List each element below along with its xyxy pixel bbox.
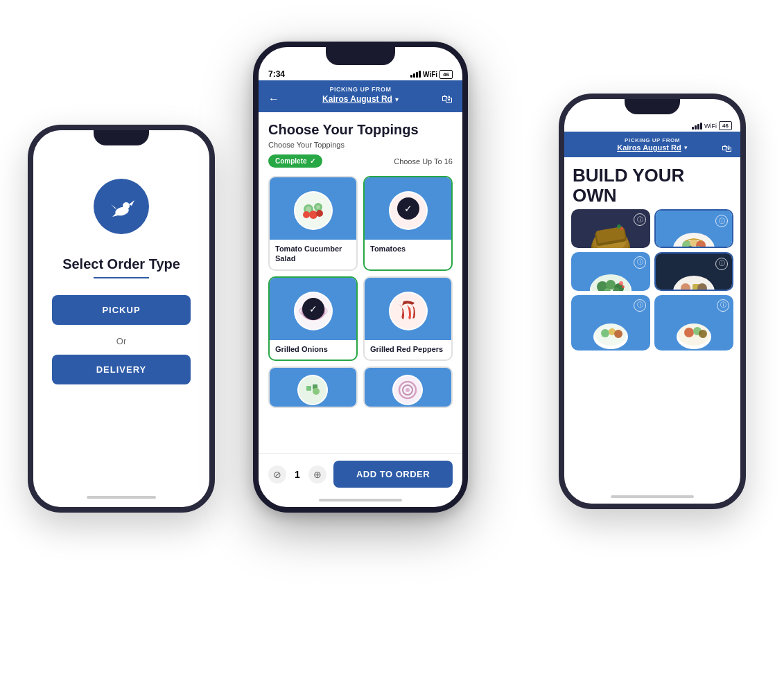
- right-restaurant-row: Kairos August Rd ▾: [617, 143, 688, 152]
- selected-checkmark-onions: ✓: [302, 298, 324, 320]
- back-button[interactable]: ←: [268, 93, 279, 105]
- right-cart-button[interactable]: 🛍: [722, 142, 732, 154]
- left-phone-content: Select Order Type PICKUP Or DELIVERY: [33, 130, 209, 507]
- item5-image: ⓘ: [571, 295, 650, 351]
- svg-point-28: [299, 376, 326, 404]
- right-phone: WiFi 46 PICKING UP FROM Kairos August Rd…: [559, 94, 746, 509]
- checkmark-icon: ✓: [310, 157, 315, 165]
- right-home-indicator: [611, 495, 694, 498]
- menu-card-super-greens[interactable]: ⓘ Customize Super Greens Salad $9.99: [571, 252, 650, 291]
- toppings-grid: Tomato Cucumber Salad: [268, 176, 453, 408]
- platter-info-icon[interactable]: ⓘ: [715, 258, 728, 270]
- svg-point-62: [622, 285, 625, 288]
- svg-point-11: [316, 210, 323, 217]
- item6-info-icon[interactable]: ⓘ: [717, 299, 729, 312]
- topping-image-tomato-cucumber: [270, 177, 356, 240]
- select-order-title: Select Order Type: [62, 255, 180, 273]
- partial-item6-svg: [389, 369, 427, 407]
- topping-image-grilled-onions: ✓: [270, 278, 356, 340]
- svg-point-36: [406, 388, 410, 392]
- svg-point-9: [309, 211, 317, 219]
- center-phone-content: 7:34 WiFi 46 PICKING UP FROM ←: [259, 47, 462, 507]
- restaurant-row: Kairos August Rd ▾: [322, 94, 399, 104]
- header-nav: ← Kairos August Rd ▾ 🛍: [259, 93, 462, 105]
- super-greens-image: ⓘ: [571, 252, 650, 291]
- scene: Select Order Type PICKUP Or DELIVERY 7:3…: [0, 0, 784, 674]
- right-chevron-icon: ▾: [684, 144, 688, 151]
- svg-point-26: [390, 293, 426, 329]
- chevron-down-icon: ▾: [395, 96, 399, 103]
- topping-tomatoes[interactable]: ✓ Tomatoes: [363, 176, 453, 271]
- right-wifi-icon: WiFi: [704, 123, 717, 130]
- topping-name-grilled-red-peppers: Grilled Red Peppers: [365, 340, 451, 360]
- picking-up-label: PICKING UP FROM: [259, 83, 462, 93]
- topping-name-grilled-onions: Grilled Onions: [270, 340, 356, 360]
- battery-indicator: 46: [439, 70, 453, 79]
- menu-card-kairos-bowl[interactable]: ⓘ Customize Kairos Bowl $10.49: [654, 209, 733, 248]
- svg-point-43: [617, 224, 621, 229]
- pita-food-svg: [583, 209, 638, 248]
- restaurant-name[interactable]: Kairos August Rd: [322, 94, 392, 104]
- right-phone-content: WiFi 46 PICKING UP FROM Kairos August Rd…: [564, 99, 740, 504]
- center-header: PICKING UP FROM ← Kairos August Rd ▾ 🛍: [259, 80, 462, 112]
- wifi-icon: WiFi: [423, 71, 437, 78]
- kairos-bowl-image: ⓘ: [656, 211, 732, 248]
- selected-checkmark-tomatoes: ✓: [397, 197, 419, 220]
- topping-image-grilled-red-peppers: [365, 278, 451, 340]
- topping-grilled-onions[interactable]: ✓ Grilled Onions: [268, 276, 358, 361]
- quantity-increase-button[interactable]: ⊕: [308, 465, 326, 484]
- center-phone-notch: [326, 47, 395, 65]
- menu-card-item6[interactable]: ⓘ: [654, 295, 733, 351]
- svg-point-8: [316, 205, 320, 209]
- center-home-indicator: [319, 499, 402, 502]
- svg-point-83: [699, 330, 707, 338]
- right-status-icons: WiFi 46: [692, 121, 732, 130]
- svg-point-77: [614, 330, 622, 338]
- svg-point-2: [123, 202, 130, 209]
- topping-image-tomatoes: ✓: [365, 177, 451, 240]
- menu-card-item5[interactable]: ⓘ: [571, 295, 650, 351]
- topping-item5[interactable]: [268, 366, 358, 408]
- topping-item6[interactable]: [363, 366, 453, 408]
- toppings-content: Choose Your Toppings Choose Your Topping…: [259, 112, 462, 453]
- tomato-cucumber-bowl-svg: [289, 184, 338, 233]
- svg-point-44: [620, 227, 623, 230]
- cart-button[interactable]: 🛍: [442, 93, 453, 105]
- right-header: PICKING UP FROM Kairos August Rd ▾ 🛍: [564, 132, 740, 157]
- bowl-food-svg: [666, 211, 722, 248]
- right-header-row: Kairos August Rd ▾ 🛍: [564, 143, 740, 152]
- quantity-decrease-button[interactable]: ⊘: [268, 465, 286, 484]
- pickup-button[interactable]: PICKUP: [52, 295, 191, 325]
- app-logo: [94, 179, 149, 234]
- add-to-order-button[interactable]: ADD TO ORDER: [333, 461, 453, 488]
- center-status-bar: 7:34 WiFi 46: [259, 65, 462, 80]
- item5-info-icon[interactable]: ⓘ: [634, 299, 646, 312]
- topping-name-tomato-cucumber: Tomato Cucumber Salad: [270, 240, 356, 269]
- partial-item5-svg: [294, 369, 332, 407]
- svg-point-61: [619, 281, 623, 285]
- greens-info-icon[interactable]: ⓘ: [634, 256, 646, 269]
- kairos-platter-image: ⓘ: [656, 254, 732, 291]
- right-battery-indicator: 46: [719, 121, 732, 130]
- topping-image-item5: [270, 368, 356, 408]
- platter-food-svg: [666, 254, 722, 291]
- add-to-order-bar: ⊘ 1 ⊕ ADD TO ORDER: [259, 453, 462, 495]
- svg-point-81: [684, 328, 694, 337]
- svg-point-31: [313, 388, 320, 395]
- svg-point-0: [105, 190, 138, 223]
- svg-point-10: [303, 211, 310, 218]
- item5-food-svg: [586, 295, 635, 351]
- menu-card-kairos-pita[interactable]: ⓘ Customize Kairos Pita: [571, 209, 650, 248]
- delivery-button[interactable]: DELIVERY: [52, 355, 191, 384]
- topping-grilled-red-peppers[interactable]: Grilled Red Peppers: [363, 276, 453, 361]
- home-indicator: [87, 496, 156, 499]
- topping-tomato-cucumber[interactable]: Tomato Cucumber Salad: [268, 176, 358, 271]
- svg-point-69: [686, 290, 692, 291]
- toppings-status-row: Complete ✓ Choose Up To 16: [268, 154, 453, 168]
- menu-grid: ⓘ Customize Kairos Pita: [564, 209, 740, 350]
- toppings-title: Choose Your Toppings: [268, 122, 453, 138]
- right-restaurant-name[interactable]: Kairos August Rd: [617, 143, 681, 152]
- menu-card-kairos-platter[interactable]: ⓘ Customize Kairos Platter $12.99: [654, 252, 733, 291]
- svg-rect-29: [306, 386, 311, 391]
- title-underline: [94, 277, 149, 278]
